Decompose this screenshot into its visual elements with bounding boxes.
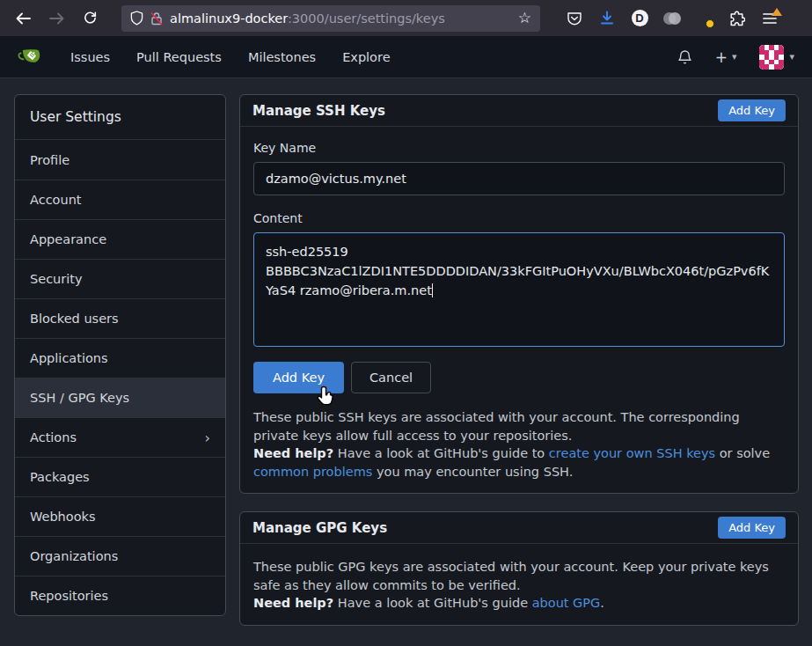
gray-extension-icon bbox=[663, 11, 681, 26]
app-menu-button[interactable] bbox=[757, 5, 783, 32]
gitea-navbar: Issues Pull Requests Milestones Explore … bbox=[0, 36, 812, 78]
gpg-help-guide: Need help? Have a look at GitHub's guide… bbox=[253, 594, 785, 613]
gpg-panel-body: These public GPG keys are associated wit… bbox=[240, 544, 798, 625]
ssh-help-guide: Need help? Have a look at GitHub's guide… bbox=[253, 444, 785, 481]
form-buttons: Add Key Cancel bbox=[253, 362, 785, 393]
key-name-input[interactable] bbox=[253, 162, 785, 195]
notifications-button[interactable] bbox=[677, 49, 692, 65]
browser-toolbar: almalinux9-docker:3000/user/settings/key… bbox=[0, 0, 812, 36]
sidebar-item-packages[interactable]: Packages bbox=[15, 457, 225, 496]
sidebar-item-organizations[interactable]: Organizations bbox=[15, 536, 225, 576]
sidebar-title: User Settings bbox=[15, 95, 225, 140]
back-button[interactable] bbox=[9, 5, 37, 32]
pocket-icon bbox=[567, 11, 582, 26]
ssh-panel-header: Manage SSH Keys Add Key bbox=[240, 95, 798, 127]
ssh-help-text: These public SSH keys are associated wit… bbox=[253, 408, 785, 481]
sidebar-item-blocked-users[interactable]: Blocked users bbox=[15, 298, 225, 338]
nav-item-issues[interactable]: Issues bbox=[70, 50, 110, 64]
avatar bbox=[759, 45, 784, 70]
nav-item-pull-requests[interactable]: Pull Requests bbox=[136, 50, 222, 64]
sidebar-item-security[interactable]: Security bbox=[15, 259, 225, 298]
update-badge bbox=[772, 8, 782, 16]
sidebar-item-applications[interactable]: Applications bbox=[15, 338, 225, 378]
gpg-panel-title: Manage GPG Keys bbox=[252, 520, 387, 536]
ssh-help-intro: These public SSH keys are associated wit… bbox=[253, 408, 785, 444]
sidebar-item-profile[interactable]: Profile bbox=[15, 140, 225, 180]
reload-icon bbox=[84, 11, 97, 25]
cancel-button[interactable]: Cancel bbox=[351, 362, 431, 393]
tracking-shield-icon[interactable] bbox=[130, 11, 143, 26]
common-problems-link[interactable]: common problems bbox=[253, 465, 372, 479]
gpg-panel-header: Manage GPG Keys Add Key bbox=[240, 512, 798, 544]
caret-down-icon: ▾ bbox=[732, 51, 737, 62]
ssh-keys-panel: Manage SSH Keys Add Key Key Name Content… bbox=[239, 94, 799, 494]
sidebar-item-webhooks[interactable]: Webhooks bbox=[15, 496, 225, 536]
url-host: almalinux9-docker bbox=[170, 11, 288, 26]
forward-button[interactable] bbox=[42, 5, 70, 32]
back-arrow-icon bbox=[16, 12, 31, 25]
nav-item-explore[interactable]: Explore bbox=[342, 50, 390, 64]
gpg-add-key-toggle-button[interactable]: Add Key bbox=[718, 517, 786, 539]
ddg-icon: D bbox=[632, 10, 648, 26]
reload-button[interactable] bbox=[76, 5, 104, 32]
add-key-submit-button[interactable]: Add Key bbox=[253, 362, 344, 393]
extensions-button[interactable] bbox=[724, 5, 750, 32]
downloads-button[interactable] bbox=[594, 5, 620, 32]
create-ssh-keys-link[interactable]: create your own SSH keys bbox=[549, 446, 715, 460]
content-textarea[interactable]: ssh-ed25519 BBBBC3NzaC1lZDI1NTE5DDDDIDAN… bbox=[253, 232, 785, 347]
sidebar-item-account[interactable]: Account bbox=[15, 180, 225, 219]
gpg-keys-panel: Manage GPG Keys Add Key These public GPG… bbox=[239, 511, 799, 626]
user-menu-dropdown[interactable]: ▾ bbox=[759, 45, 794, 70]
key-name-label: Key Name bbox=[253, 141, 785, 155]
gitea-logo[interactable] bbox=[18, 44, 44, 70]
sidebar-item-ssh-gpg-keys[interactable]: SSH / GPG Keys bbox=[15, 378, 225, 417]
content-label: Content bbox=[253, 211, 785, 225]
sidebar-item-appearance[interactable]: Appearance bbox=[15, 219, 225, 259]
sidebar-item-repositories[interactable]: Repositories bbox=[15, 576, 225, 615]
toolbar-extension-icons: D bbox=[561, 5, 783, 32]
forward-arrow-icon bbox=[49, 12, 64, 25]
sidebar-item-actions[interactable]: Actions › bbox=[15, 417, 225, 457]
ddg-extension-button[interactable]: D bbox=[626, 5, 653, 32]
text-caret bbox=[432, 283, 433, 297]
caret-down-icon: ▾ bbox=[789, 51, 794, 62]
pocket-button[interactable] bbox=[561, 5, 588, 32]
chevron-right-icon: › bbox=[205, 429, 210, 446]
gpg-help-intro: These public GPG keys are associated wit… bbox=[253, 558, 785, 594]
url-bar[interactable]: almalinux9-docker:3000/user/settings/key… bbox=[121, 5, 540, 32]
nav-right: + ▾ ▾ bbox=[677, 45, 794, 70]
url-text: almalinux9-docker:3000/user/settings/key… bbox=[170, 11, 511, 26]
download-icon bbox=[600, 11, 614, 26]
ssh-add-key-toggle-button[interactable]: Add Key bbox=[718, 99, 786, 121]
create-new-dropdown[interactable]: + ▾ bbox=[715, 48, 737, 66]
bell-icon bbox=[677, 49, 692, 65]
gpg-help-text: These public GPG keys are associated wit… bbox=[253, 558, 785, 613]
settings-main: Manage SSH Keys Add Key Key Name Content… bbox=[239, 94, 799, 626]
settings-page: User Settings Profile Account Appearance… bbox=[0, 78, 812, 626]
doc-extension-button[interactable] bbox=[691, 5, 718, 32]
nav-item-milestones[interactable]: Milestones bbox=[248, 50, 316, 64]
plus-icon: + bbox=[715, 48, 728, 66]
ssh-panel-title: Manage SSH Keys bbox=[252, 103, 385, 119]
bookmark-star-icon[interactable]: ☆ bbox=[518, 11, 531, 26]
ssh-panel-body: Key Name Content ssh-ed25519 BBBBC3NzaC1… bbox=[240, 127, 798, 493]
gray-extension-button[interactable] bbox=[659, 5, 685, 32]
doc-extension-icon bbox=[698, 11, 712, 26]
puzzle-icon bbox=[729, 11, 745, 26]
about-gpg-link[interactable]: about GPG bbox=[532, 596, 601, 610]
settings-sidebar: User Settings Profile Account Appearance… bbox=[14, 94, 226, 616]
insecure-lock-icon[interactable] bbox=[150, 11, 163, 26]
url-path: :3000/user/settings/keys bbox=[288, 11, 445, 26]
